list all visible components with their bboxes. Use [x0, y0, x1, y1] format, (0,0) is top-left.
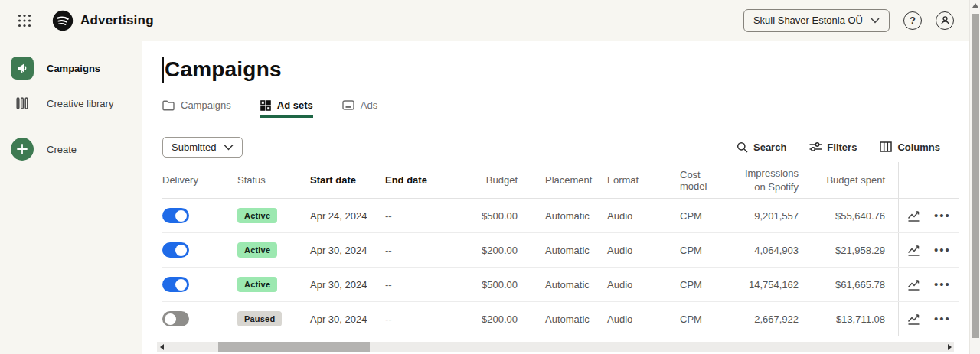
tab-bar: Campaigns Ad sets Ads	[162, 99, 377, 118]
budget: $200.00	[452, 313, 518, 325]
sidebar-item-label: Creative library	[47, 98, 113, 109]
spotify-logo-icon	[52, 10, 74, 31]
cost-model: CPM	[680, 245, 733, 256]
row-menu-icon[interactable]: •••	[934, 246, 951, 254]
budget-spent: $21,958.29	[799, 245, 885, 256]
format: Audio	[607, 279, 680, 291]
tab-ad-sets[interactable]: Ad sets	[260, 99, 313, 118]
col-header-cost-model: Cost model	[680, 169, 733, 192]
sidebar-item-create[interactable]: Create	[0, 132, 142, 167]
col-header-start-date: Start date	[310, 174, 385, 186]
columns-icon	[880, 141, 892, 152]
chevron-down-icon	[871, 18, 880, 24]
account-icon[interactable]	[936, 11, 954, 30]
brand-name: Advertising	[80, 13, 154, 28]
format: Audio	[607, 245, 680, 256]
columns-label: Columns	[897, 141, 940, 153]
col-header-budget: Budget	[452, 174, 518, 186]
budget: $200.00	[452, 245, 518, 256]
table-header-row: Delivery Status Start date End date Budg…	[162, 162, 959, 199]
col-header-placement: Placement	[531, 174, 607, 186]
row-menu-icon[interactable]: •••	[934, 212, 951, 219]
sidebar-item-campaigns[interactable]: Campaigns	[0, 50, 142, 86]
vertical-scroll-thumb[interactable]	[972, 14, 979, 338]
help-icon[interactable]: ?	[903, 11, 922, 30]
page-title: Campaigns	[165, 57, 282, 82]
chevron-down-icon	[224, 144, 234, 151]
cost-model: CPM	[680, 279, 733, 291]
table-row: Active Apr 24, 2024 -- $500.00 Automatic…	[162, 199, 959, 233]
placement: Automatic	[531, 279, 607, 291]
filters-label: Filters	[827, 141, 857, 153]
plus-icon	[11, 138, 34, 161]
scroll-up-arrow-icon[interactable]	[972, 3, 978, 8]
budget-spent: $61,665.78	[799, 279, 885, 291]
columns-button[interactable]: Columns	[880, 141, 940, 153]
chart-icon[interactable]	[907, 313, 920, 325]
text-cursor	[162, 57, 164, 83]
format: Audio	[607, 313, 680, 325]
cost-model: CPM	[680, 313, 733, 325]
search-label: Search	[753, 141, 786, 153]
org-selector-dropdown[interactable]: Skull Shaver Estonia OÜ	[743, 9, 890, 32]
delivery-toggle[interactable]	[162, 311, 189, 326]
scroll-left-arrow-icon[interactable]	[157, 342, 166, 352]
brand[interactable]: Advertising	[52, 10, 154, 31]
table-row: Active Apr 30, 2024 -- $500.00 Automatic…	[162, 268, 959, 302]
grid-icon	[260, 100, 271, 111]
chart-icon[interactable]	[907, 279, 920, 291]
filters-button[interactable]: Filters	[809, 141, 857, 153]
top-bar: Advertising Skull Shaver Estonia OÜ ?	[0, 0, 980, 41]
budget: $500.00	[452, 210, 518, 222]
table-toolbar: Search Filters Columns	[737, 141, 940, 153]
sidebar-item-label: Create	[47, 144, 77, 155]
col-header-budget-spent: Budget spent	[799, 174, 885, 186]
start-date: Apr 24, 2024	[310, 210, 385, 222]
format: Audio	[607, 210, 680, 222]
end-date: --	[385, 210, 452, 222]
vertical-scrollbar[interactable]	[969, 0, 980, 354]
chart-icon[interactable]	[907, 245, 920, 256]
impressions: 2,667,922	[733, 313, 799, 325]
status-filter-dropdown[interactable]: Submitted	[162, 137, 243, 158]
impressions: 14,754,162	[733, 279, 799, 291]
status-badge: Active	[237, 277, 277, 292]
start-date: Apr 30, 2024	[310, 279, 385, 291]
library-icon	[11, 92, 34, 115]
tab-label: Ad sets	[277, 99, 313, 111]
search-button[interactable]: Search	[737, 141, 786, 153]
horizontal-scroll-thumb[interactable]	[218, 342, 370, 352]
sidebar-item-label: Campaigns	[47, 63, 100, 74]
placement: Automatic	[531, 313, 607, 325]
search-icon	[737, 141, 748, 153]
placement: Automatic	[531, 210, 607, 222]
megaphone-icon	[11, 57, 34, 80]
table-row: Paused Apr 30, 2024 -- $200.00 Automatic…	[162, 302, 959, 336]
col-header-delivery: Delivery	[162, 174, 237, 186]
col-header-impressions: Impressions on Spotify	[733, 167, 799, 193]
folder-icon	[162, 100, 175, 111]
row-menu-icon[interactable]: •••	[934, 281, 951, 288]
budget-spent: $13,711.08	[799, 313, 885, 325]
ad-icon	[342, 100, 354, 110]
scroll-right-arrow-icon[interactable]	[945, 342, 954, 352]
sidebar-item-creative-library[interactable]: Creative library	[0, 86, 142, 121]
delivery-toggle[interactable]	[162, 208, 189, 223]
tab-ads[interactable]: Ads	[342, 99, 377, 118]
chart-icon[interactable]	[907, 210, 920, 222]
delivery-toggle[interactable]	[162, 277, 189, 292]
apps-grid-icon[interactable]	[14, 10, 35, 31]
row-menu-icon[interactable]: •••	[934, 315, 951, 323]
main-content: Campaigns Campaigns Ad sets Ads Submitte…	[142, 41, 969, 354]
end-date: --	[385, 279, 452, 291]
org-selector-value: Skull Shaver Estonia OÜ	[753, 15, 863, 26]
delivery-toggle[interactable]	[162, 242, 189, 258]
horizontal-scroll-track[interactable]	[166, 342, 945, 352]
horizontal-scrollbar[interactable]	[157, 342, 954, 352]
table-row: Active Apr 30, 2024 -- $200.00 Automatic…	[162, 233, 959, 268]
col-header-format: Format	[607, 174, 680, 186]
col-header-end-date: End date	[385, 174, 452, 186]
col-header-status: Status	[237, 174, 310, 186]
tab-campaigns[interactable]: Campaigns	[162, 99, 231, 118]
status-filter-value: Submitted	[172, 141, 217, 153]
